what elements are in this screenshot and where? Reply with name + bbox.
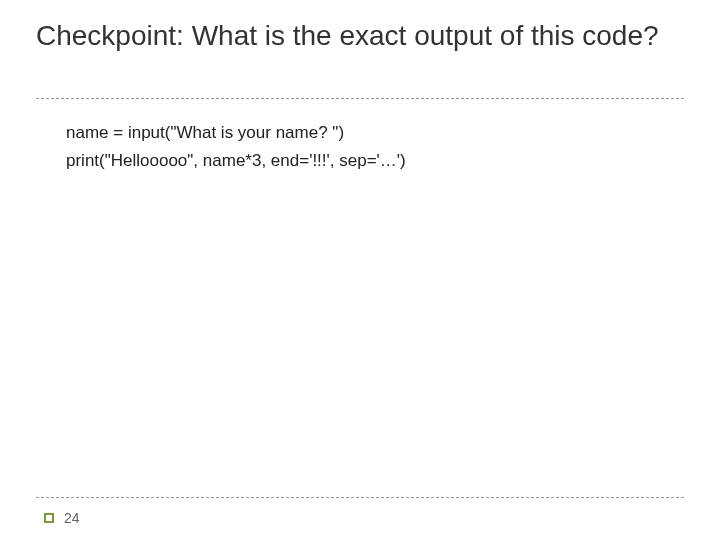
divider-top <box>36 98 684 99</box>
square-bullet-icon <box>44 513 54 523</box>
divider-bottom <box>36 497 684 498</box>
code-line-1: name = input("What is your name? ") <box>66 120 680 146</box>
page-number: 24 <box>64 510 80 526</box>
slide-title: Checkpoint: What is the exact output of … <box>36 18 684 53</box>
code-line-2: print("Hellooooo", name*3, end='!!!', se… <box>66 148 680 174</box>
slide-body: name = input("What is your name? ") prin… <box>66 120 680 177</box>
slide: Checkpoint: What is the exact output of … <box>0 0 720 540</box>
page-footer: 24 <box>44 510 80 526</box>
